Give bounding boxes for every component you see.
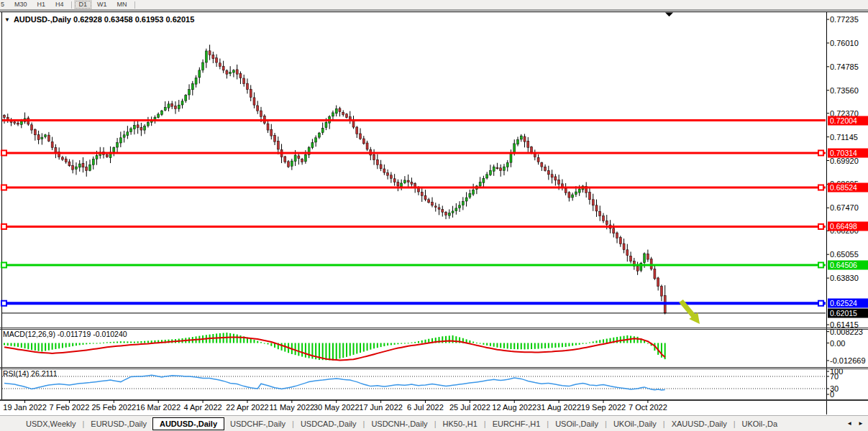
- macd-histogram-bar: [373, 343, 375, 349]
- candle-body: [31, 125, 33, 130]
- candle-body: [537, 157, 539, 162]
- price-level-badge: 0.62015: [828, 308, 868, 318]
- macd-histogram-bar: [552, 343, 553, 348]
- macd-histogram-bar: [486, 343, 488, 346]
- candle-body: [68, 162, 70, 166]
- timeframe-button-h1[interactable]: H1: [32, 0, 51, 9]
- chart-tab-usdcnh-daily[interactable]: USDCNH-,Daily: [365, 420, 433, 428]
- candle-body: [47, 135, 50, 141]
- candle-body: [517, 140, 519, 144]
- macd-histogram-bar: [562, 343, 563, 348]
- timeframe-button-mn[interactable]: MN: [112, 0, 132, 9]
- candle-body: [489, 170, 491, 175]
- candle-body: [448, 213, 450, 216]
- panel-separator: [0, 328, 868, 328]
- macd-histogram-bar: [339, 343, 340, 359]
- chart-tab-xauusd-daily[interactable]: XAUUSD-,Daily: [666, 420, 733, 428]
- tab-separator: |: [734, 420, 736, 428]
- line-handle[interactable]: [1, 150, 6, 155]
- symbol-dropdown-icon[interactable]: ▼: [4, 17, 10, 23]
- candle-body: [205, 51, 207, 62]
- date-tick-label: 16 Mar 2022: [136, 403, 181, 412]
- candle-body: [304, 154, 306, 161]
- candle-body: [486, 175, 488, 178]
- candle-body: [421, 193, 423, 196]
- candle-body: [452, 211, 454, 213]
- macd-histogram-bar: [538, 343, 539, 349]
- chart-tab-ukoil-daily[interactable]: UKOil-,Daily: [608, 420, 662, 428]
- chart-tab-eurusd-daily[interactable]: EURUSD-,Daily: [85, 420, 152, 428]
- timeframe-button-5[interactable]: 5: [0, 0, 9, 9]
- macd-tick-label: -0.012669: [830, 356, 866, 365]
- macd-histogram-bar: [350, 343, 351, 356]
- timeframe-toolbar: 5M30H1H4D1W1MN: [0, 0, 868, 10]
- chart-tab-hk50-h1[interactable]: HK50-,H1: [437, 420, 483, 428]
- macd-histogram-bar: [17, 343, 19, 347]
- macd-histogram-bar: [572, 343, 573, 346]
- chart-left-border: [1, 11, 2, 400]
- tab-scroll-left-icon[interactable]: ◄: [846, 420, 852, 427]
- candle-body: [185, 96, 187, 101]
- candle-body: [568, 193, 570, 198]
- macd-histogram-bar: [411, 343, 412, 343]
- panel-separator: [0, 369, 868, 369]
- line-handle[interactable]: [818, 301, 823, 306]
- chart-tab-audusd-daily[interactable]: AUDUSD-,Daily: [152, 417, 224, 430]
- macd-histogram-bar: [58, 343, 60, 349]
- candle-body: [445, 213, 447, 216]
- line-handle[interactable]: [1, 301, 6, 306]
- chart-tab-ukoil-da[interactable]: UKOil-,Da: [736, 420, 784, 428]
- line-handle[interactable]: [818, 262, 823, 267]
- macd-histogram-bar: [363, 343, 365, 352]
- candle-body: [195, 78, 197, 85]
- macd-histogram-bar: [534, 343, 536, 349]
- chart-tab-usoil-daily[interactable]: USOil-,Daily: [549, 420, 604, 428]
- price-chart-canvas[interactable]: [0, 0, 868, 414]
- macd-histogram-bar: [144, 341, 145, 343]
- candle-body: [123, 135, 125, 137]
- axis-divider: [826, 11, 827, 414]
- candle-body: [20, 121, 22, 124]
- candle-body: [479, 182, 481, 186]
- macd-histogram-bar: [7, 343, 9, 346]
- macd-histogram-bar: [52, 343, 53, 350]
- line-handle[interactable]: [818, 150, 823, 155]
- candle-body: [86, 167, 88, 171]
- candle-body: [366, 143, 368, 149]
- price-tick-label: 0.74785: [830, 62, 859, 71]
- macd-tick-label: 0.00: [830, 339, 845, 348]
- macd-histogram-bar: [106, 342, 108, 343]
- candle-body: [417, 188, 419, 192]
- timeframe-button-h4[interactable]: H4: [50, 0, 69, 9]
- candle-body: [284, 157, 286, 162]
- line-handle[interactable]: [818, 185, 823, 190]
- rsi-line: [4, 375, 665, 390]
- candle-body: [117, 143, 119, 148]
- timeframe-button-m30[interactable]: M30: [9, 0, 32, 9]
- macd-histogram-bar: [544, 343, 546, 348]
- tab-separator: |: [292, 420, 294, 428]
- line-handle[interactable]: [818, 224, 823, 229]
- macd-tick-label: 0.008223: [830, 328, 863, 336]
- candle-body: [575, 192, 577, 195]
- macd-histogram-bar: [496, 343, 498, 348]
- candle-body: [407, 180, 409, 182]
- candle-body: [380, 164, 382, 169]
- chart-tab-eurchf-h1[interactable]: EURCHF-,H1: [487, 420, 547, 428]
- line-handle[interactable]: [1, 185, 6, 190]
- candle-body: [459, 205, 461, 208]
- timeframe-button-d1[interactable]: D1: [74, 0, 93, 9]
- toolbar-divider: [0, 10, 868, 11]
- macd-histogram-bar: [305, 343, 306, 358]
- candle-body: [144, 126, 146, 130]
- line-handle[interactable]: [1, 224, 6, 229]
- chart-tab-usdx-weekly[interactable]: USDX,Weekly: [20, 420, 81, 428]
- timeframe-button-w1[interactable]: W1: [92, 0, 112, 9]
- tab-scroll-right-icon[interactable]: ►: [858, 420, 864, 427]
- chart-tab-usdcad-daily[interactable]: USDCAD-,Daily: [295, 420, 362, 428]
- macd-histogram-bar: [295, 343, 296, 356]
- chart-tab-usdchf-daily[interactable]: USDCHF-,Daily: [224, 420, 291, 428]
- candle-body: [51, 142, 53, 147]
- price-tick-label: 0.76010: [830, 39, 859, 47]
- line-handle[interactable]: [1, 262, 6, 267]
